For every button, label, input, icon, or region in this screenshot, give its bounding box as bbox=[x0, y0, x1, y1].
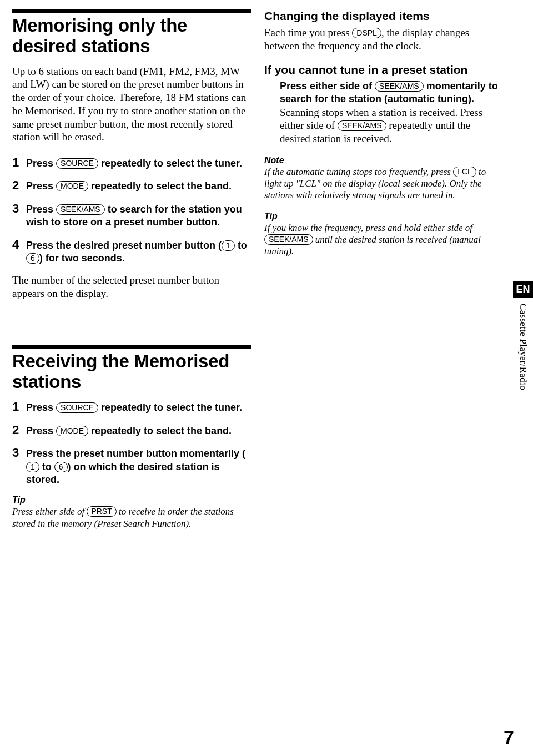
step-item: 4 Press the desired preset number button… bbox=[12, 238, 251, 265]
section-rule bbox=[12, 9, 251, 13]
step-text: Press SOURCE repeatedly to select the tu… bbox=[26, 156, 242, 170]
button-label-icon: SEEK/AMS bbox=[375, 81, 424, 92]
tip-label: Tip bbox=[12, 495, 251, 505]
tip-label: Tip bbox=[264, 211, 503, 221]
step-item: 1 Press SOURCE repeatedly to select the … bbox=[12, 400, 251, 414]
button-label-icon: 1 bbox=[26, 462, 39, 472]
button-label-icon: SEEK/AMS bbox=[338, 120, 386, 131]
step-number: 1 bbox=[12, 156, 21, 170]
side-tab: EN Cassette Player/Radio bbox=[513, 281, 533, 390]
step-text: Press the preset number button momentari… bbox=[26, 446, 251, 486]
button-label-icon: 6 bbox=[54, 462, 68, 472]
button-label-icon: SEEK/AMS bbox=[264, 234, 313, 245]
step-number: 4 bbox=[12, 238, 21, 265]
steps-receiving: 1 Press SOURCE repeatedly to select the … bbox=[12, 400, 251, 486]
step-number: 2 bbox=[12, 424, 21, 437]
button-label-icon: SOURCE bbox=[56, 158, 98, 169]
step-number: 2 bbox=[12, 179, 21, 193]
button-label-icon: SEEK/AMS bbox=[56, 204, 105, 215]
step-item: 2 Press MODE repeatedly to select the ba… bbox=[12, 179, 251, 193]
button-label-icon: 1 bbox=[222, 240, 235, 251]
section-rule bbox=[12, 345, 251, 349]
step-text: Press the desired preset number button (… bbox=[26, 238, 251, 265]
indent-normal-text: Scanning stops when a station is receive… bbox=[280, 106, 503, 145]
steps-memorising: 1 Press SOURCE repeatedly to select the … bbox=[12, 156, 251, 265]
button-label-icon: PRST bbox=[87, 506, 116, 517]
left-column: Memorising only the desired stations Up … bbox=[12, 9, 251, 540]
tip-text: Press either side of PRST to receive in … bbox=[12, 506, 251, 530]
step-item: 1 Press SOURCE repeatedly to select the … bbox=[12, 156, 251, 170]
step-text: Press SOURCE repeatedly to select the tu… bbox=[26, 400, 242, 414]
heading-receiving: Receiving the Memorised stations bbox=[12, 351, 251, 392]
subheading-cannot-tune: If you cannot tune in a preset station bbox=[264, 63, 503, 77]
after-steps-text: The number of the selected preset number… bbox=[12, 274, 251, 300]
step-item: 3 Press the preset number button momenta… bbox=[12, 446, 251, 486]
step-number: 3 bbox=[12, 202, 21, 229]
note-label: Note bbox=[264, 155, 503, 165]
step-item: 2 Press MODE repeatedly to select the ba… bbox=[12, 424, 251, 437]
button-label-icon: MODE bbox=[56, 426, 88, 436]
sub-body-text: Each time you press DSPL, the display ch… bbox=[264, 26, 503, 53]
heading-memorising: Memorising only the desired stations bbox=[12, 15, 251, 57]
section-label-vertical: Cassette Player/Radio bbox=[513, 304, 529, 390]
subheading-changing-items: Changing the displayed items bbox=[264, 9, 503, 23]
page-number: 7 bbox=[504, 727, 514, 748]
step-text: Press MODE repeatedly to select the band… bbox=[26, 424, 232, 437]
right-column: Changing the displayed items Each time y… bbox=[264, 9, 503, 540]
button-label-icon: 6 bbox=[26, 253, 39, 264]
button-label-icon: DSPL bbox=[352, 28, 381, 38]
tip-text: If you know the frequency, press and hol… bbox=[264, 222, 503, 258]
step-text: Press SEEK/AMS to search for the station… bbox=[26, 202, 251, 229]
button-label-icon: MODE bbox=[56, 181, 88, 191]
button-label-icon: LCL bbox=[453, 167, 476, 177]
intro-paragraph: Up to 6 stations on each band (FM1, FM2,… bbox=[12, 65, 251, 144]
step-number: 3 bbox=[12, 446, 21, 486]
indented-instruction: Press either side of SEEK/AMS momentaril… bbox=[264, 80, 503, 145]
language-badge: EN bbox=[513, 281, 533, 298]
step-number: 1 bbox=[12, 400, 21, 414]
step-text: Press MODE repeatedly to select the band… bbox=[26, 179, 232, 193]
step-item: 3 Press SEEK/AMS to search for the stati… bbox=[12, 202, 251, 229]
indent-bold-text: Press either side of SEEK/AMS momentaril… bbox=[280, 80, 503, 106]
button-label-icon: SOURCE bbox=[56, 402, 98, 413]
note-text: If the automatic tuning stops too freque… bbox=[264, 166, 503, 201]
